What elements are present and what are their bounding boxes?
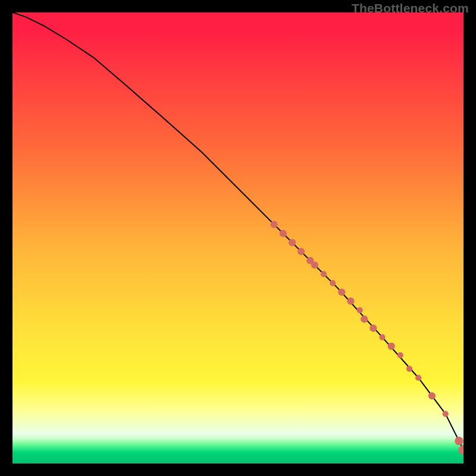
curve-marker [298, 248, 305, 255]
curve-marker [455, 437, 463, 445]
chart-svg [12, 12, 464, 464]
attribution-watermark: TheBottleneck.com [352, 1, 469, 15]
curve-marker [338, 289, 345, 296]
curve-marker [347, 298, 354, 305]
curve-marker [361, 315, 368, 322]
curve-path [12, 12, 464, 450]
curve-marker [311, 261, 318, 268]
curve-marker [271, 221, 278, 228]
curve-marker [330, 280, 336, 286]
chart-stage: TheBottleneck.com [0, 0, 476, 476]
curve-marker [443, 411, 449, 417]
curve-marker [321, 271, 327, 277]
curve-marker [459, 445, 464, 455]
curve-markers [271, 221, 464, 455]
curve-marker [415, 375, 421, 381]
curve-marker [289, 239, 296, 246]
curve-marker [428, 392, 436, 399]
curve-marker [369, 325, 377, 332]
curve-marker [357, 307, 363, 313]
curve-marker [280, 230, 287, 237]
curve-marker [397, 352, 403, 358]
performance-curve [12, 12, 464, 450]
curve-marker [380, 334, 386, 340]
curve-marker [406, 366, 412, 372]
curve-marker [388, 343, 395, 350]
plot-area [12, 12, 464, 464]
